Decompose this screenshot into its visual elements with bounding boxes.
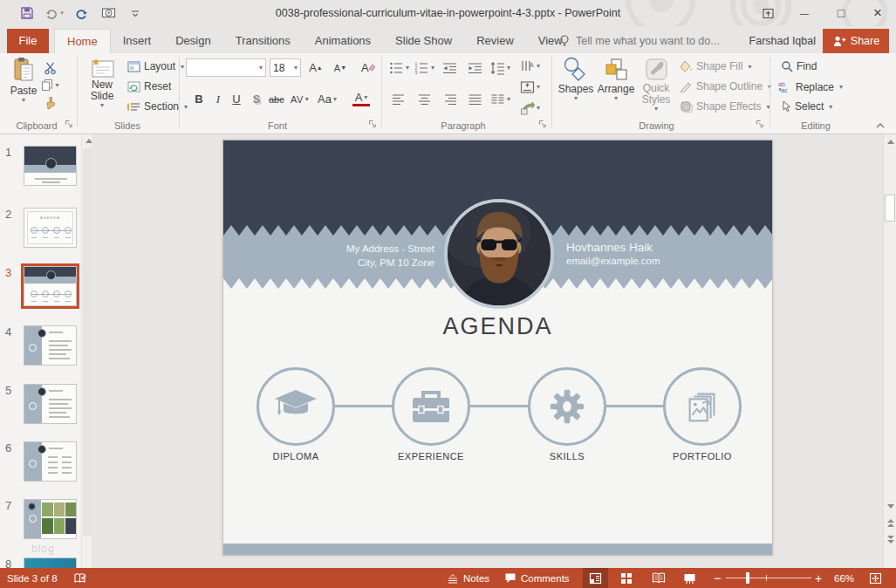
- thumbnail-preview[interactable]: [24, 499, 77, 539]
- agenda-label[interactable]: DIPLOMA: [235, 451, 357, 462]
- slide-show-icon[interactable]: [677, 568, 702, 588]
- cut-icon[interactable]: [40, 58, 60, 77]
- arrange-button[interactable]: Arrange: [597, 57, 635, 101]
- shape-effects-button[interactable]: Shape Effects: [680, 100, 770, 113]
- slide-sorter-view-icon[interactable]: [613, 568, 639, 588]
- spell-check-icon[interactable]: [73, 568, 86, 588]
- slide-thumbnail-3[interactable]: 3: [0, 266, 81, 318]
- numbering-icon[interactable]: 123: [414, 58, 434, 77]
- fit-to-window-icon[interactable]: [860, 568, 890, 588]
- align-left-icon[interactable]: [389, 90, 409, 108]
- smartart-icon[interactable]: [520, 99, 540, 117]
- find-button[interactable]: Find: [781, 60, 817, 72]
- underline-button[interactable]: U: [228, 90, 245, 108]
- agenda-label[interactable]: EXPERIENCE: [370, 451, 492, 462]
- notes-button[interactable]: Notes: [447, 568, 489, 588]
- italic-button[interactable]: I: [209, 90, 227, 108]
- columns-icon[interactable]: [490, 90, 510, 108]
- clear-formatting-button[interactable]: A: [359, 58, 378, 77]
- slide-footer-bar[interactable]: [223, 544, 773, 555]
- decrease-indent-icon[interactable]: [440, 58, 460, 77]
- briefcase-icon[interactable]: [392, 367, 470, 446]
- tab-transitions[interactable]: Transitions: [223, 29, 303, 53]
- zoom-slider-track[interactable]: [726, 578, 811, 578]
- line-spacing-icon[interactable]: [490, 58, 510, 77]
- font-color-button[interactable]: A: [352, 90, 370, 106]
- tab-home[interactable]: Home: [54, 29, 111, 53]
- scrollbar-thumb[interactable]: [885, 195, 895, 222]
- thumbnail-preview[interactable]: [24, 266, 77, 306]
- format-painter-icon[interactable]: [40, 93, 60, 112]
- thumbnail-scrollbar-thumb[interactable]: [83, 148, 92, 536]
- person-textbox[interactable]: Hovhannes Haik email@example.com: [566, 240, 660, 268]
- paragraph-dialog-launcher-icon[interactable]: [538, 120, 549, 130]
- quick-styles-button[interactable]: Quick Styles: [637, 57, 675, 112]
- photo-stack-icon[interactable]: [663, 367, 742, 446]
- new-slide-button[interactable]: New Slide: [84, 57, 120, 108]
- align-text-icon[interactable]: [520, 78, 540, 96]
- tab-animations[interactable]: Animations: [303, 29, 383, 53]
- slide-thumbnail-4[interactable]: 4: [0, 325, 81, 378]
- vertical-scrollbar[interactable]: [883, 134, 896, 568]
- ribbon-display-options-icon[interactable]: [749, 0, 786, 26]
- address-textbox[interactable]: My Address - Street City, PM 10 Zone: [346, 242, 434, 270]
- text-direction-icon[interactable]: A: [520, 57, 540, 75]
- tell-me-box[interactable]: Tell me what you want to do...: [558, 29, 720, 53]
- thumbnail-preview[interactable]: [24, 146, 77, 186]
- align-right-icon[interactable]: [440, 90, 460, 108]
- font-dialog-launcher-icon[interactable]: [368, 120, 379, 130]
- shapes-button[interactable]: Shapes: [557, 57, 595, 101]
- text-shadow-button[interactable]: S: [248, 90, 265, 108]
- tab-insert[interactable]: Insert: [111, 29, 164, 53]
- slide-thumbnail-7[interactable]: 7blog: [0, 499, 81, 551]
- next-slide-icon[interactable]: [885, 533, 896, 546]
- tab-slide-show[interactable]: Slide Show: [383, 29, 464, 53]
- strikethrough-button[interactable]: abc: [267, 90, 286, 108]
- thumbnail-preview[interactable]: [24, 325, 77, 366]
- drawing-dialog-launcher-icon[interactable]: [756, 120, 766, 130]
- grow-font-button[interactable]: A▲: [307, 58, 325, 77]
- shrink-font-button[interactable]: A▼: [332, 58, 349, 77]
- slide-thumbnail-1[interactable]: 1: [0, 146, 81, 198]
- font-size-combobox[interactable]: 18▾: [270, 58, 301, 77]
- paste-button[interactable]: Paste: [9, 57, 38, 103]
- zoom-slider-handle[interactable]: [746, 572, 749, 584]
- share-button[interactable]: Share: [823, 29, 889, 53]
- minimize-button[interactable]: [786, 0, 823, 26]
- normal-view-icon[interactable]: [583, 568, 608, 588]
- reset-button[interactable]: Reset: [127, 80, 171, 92]
- tab-review[interactable]: Review: [464, 29, 526, 53]
- slide-title[interactable]: AGENDA: [223, 313, 772, 340]
- clipboard-dialog-launcher-icon[interactable]: [65, 120, 75, 130]
- comments-button[interactable]: Comments: [504, 568, 570, 588]
- tab-design[interactable]: Design: [163, 29, 222, 53]
- shape-outline-button[interactable]: Shape Outline: [680, 80, 771, 92]
- user-name[interactable]: Farshad Iqbal: [749, 29, 816, 53]
- slide-editor[interactable]: My Address - Street City, PM 10 Zone Hov…: [222, 140, 773, 556]
- character-spacing-button[interactable]: AV: [289, 90, 311, 108]
- zoom-level[interactable]: 66%: [834, 568, 854, 588]
- change-case-button[interactable]: Aa: [316, 90, 339, 108]
- maximize-button[interactable]: [823, 0, 859, 26]
- font-name-combobox[interactable]: ▾: [186, 58, 266, 77]
- agenda-label[interactable]: SKILLS: [506, 451, 628, 462]
- bullets-icon[interactable]: [389, 58, 409, 77]
- slide-thumbnail-2[interactable]: 2AGENDA: [0, 208, 81, 260]
- copy-icon[interactable]: [40, 76, 60, 94]
- increase-indent-icon[interactable]: [465, 58, 485, 77]
- align-center-icon[interactable]: [414, 90, 434, 108]
- reading-view-icon[interactable]: [646, 568, 671, 588]
- previous-slide-icon[interactable]: [885, 516, 896, 530]
- graduation-cap-icon[interactable]: [256, 367, 335, 446]
- shape-fill-button[interactable]: Shape Fill: [680, 60, 751, 72]
- close-button[interactable]: [859, 0, 896, 26]
- thumbnail-preview[interactable]: [24, 384, 77, 424]
- zoom-in-icon[interactable]: +: [815, 568, 822, 588]
- slide-thumbnail-6[interactable]: 6: [0, 441, 81, 494]
- thumbnail-scrollbar[interactable]: [81, 134, 92, 568]
- portrait-photo[interactable]: [444, 199, 554, 309]
- zoom-out-icon[interactable]: −: [714, 568, 722, 588]
- thumbnail-preview[interactable]: AGENDA: [24, 208, 77, 248]
- justify-icon[interactable]: [465, 90, 485, 108]
- slide-indicator[interactable]: Slide 3 of 8: [7, 568, 58, 588]
